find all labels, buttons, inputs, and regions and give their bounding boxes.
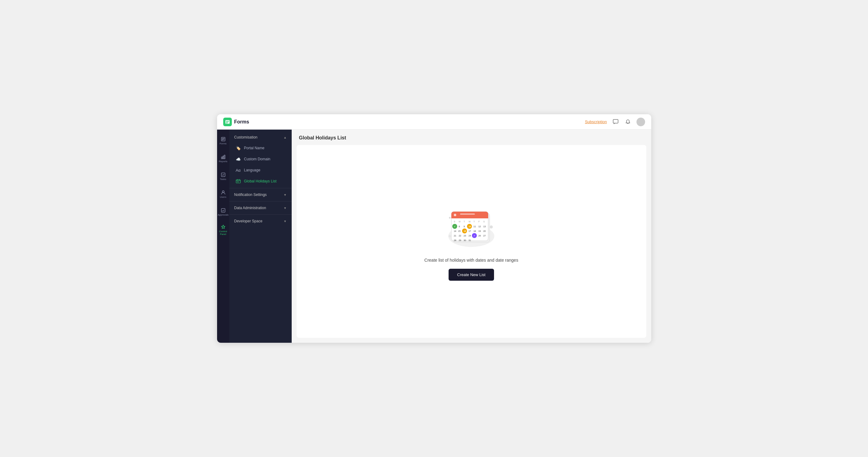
- svg-rect-10: [223, 156, 223, 159]
- sidebar-section-header-notifications[interactable]: Notification Settings ▼: [229, 189, 292, 200]
- chevron-down-icon-data-admin: ▼: [284, 206, 287, 210]
- sidebar-item-global-holidays[interactable]: 31 Global Holidays List: [229, 176, 292, 187]
- chat-icon[interactable]: [612, 118, 619, 126]
- svg-text:26: 26: [478, 235, 481, 237]
- user-avatar[interactable]: [637, 118, 645, 126]
- svg-text:27: 27: [483, 235, 486, 237]
- svg-rect-24: [451, 216, 488, 218]
- svg-text:23: 23: [464, 235, 466, 237]
- svg-text:10: 10: [469, 225, 471, 227]
- custom-domain-icon: ☁️: [236, 156, 241, 162]
- header: Forms Subscription: [217, 114, 651, 130]
- svg-text:M: M: [459, 220, 461, 223]
- svg-text:19: 19: [478, 230, 481, 232]
- empty-state-description: Create list of holidays with dates and d…: [424, 258, 518, 263]
- svg-text:S: S: [454, 220, 455, 223]
- svg-point-64: [490, 225, 493, 228]
- svg-text:28: 28: [454, 239, 456, 241]
- svg-rect-2: [226, 122, 228, 123]
- svg-rect-3: [226, 123, 227, 123]
- calendar-icon: 31: [236, 178, 241, 184]
- svg-point-63: [449, 217, 451, 219]
- empty-state: S M T W T F S ✓ 8 9: [424, 203, 518, 281]
- svg-point-65: [448, 235, 451, 237]
- svg-text:13: 13: [483, 225, 486, 227]
- chevron-up-icon: ▲: [284, 136, 287, 139]
- svg-rect-1: [226, 121, 229, 122]
- svg-rect-9: [221, 157, 222, 159]
- nav-item-control-panel[interactable]: Control Panel: [218, 222, 229, 238]
- svg-point-25: [454, 214, 456, 216]
- create-new-list-button[interactable]: Create New List: [448, 269, 494, 281]
- subscription-link[interactable]: Subscription: [585, 119, 607, 124]
- header-right: Subscription: [585, 118, 645, 126]
- svg-text:✓: ✓: [454, 225, 456, 227]
- svg-text:14: 14: [454, 230, 456, 232]
- app-body: Forms Reports Tasks: [217, 130, 651, 343]
- chevron-down-icon-developer: ▼: [284, 220, 287, 223]
- sidebar-item-language[interactable]: Aα Language: [229, 164, 292, 176]
- svg-text:✓: ✓: [473, 235, 475, 237]
- svg-text:24: 24: [469, 235, 471, 237]
- svg-text:T: T: [473, 220, 475, 223]
- app-container: Forms Subscription: [217, 114, 651, 343]
- app-logo: [223, 118, 232, 126]
- sidebar-section-developer: Developer Space ▼: [229, 216, 292, 226]
- nav-item-reports[interactable]: Reports: [218, 151, 229, 166]
- nav-item-tasks[interactable]: Tasks: [218, 169, 229, 184]
- nav-item-users[interactable]: Users: [218, 187, 229, 202]
- sidebar-divider-2: [229, 201, 292, 202]
- svg-point-13: [222, 191, 224, 192]
- chevron-down-icon-notifications: ▼: [284, 193, 287, 196]
- svg-text:29: 29: [459, 239, 461, 241]
- svg-text:9: 9: [464, 225, 465, 227]
- sidebar-section-header-customisation[interactable]: Customisation ▲: [229, 132, 292, 143]
- nav-item-forms[interactable]: Forms: [218, 133, 229, 149]
- sidebar-section-customisation: Customisation ▲ 🏷️ Portal Name ☁️ Custom…: [229, 132, 292, 187]
- svg-text:11: 11: [473, 225, 476, 227]
- main-body: S M T W T F S ✓ 8 9: [297, 145, 646, 338]
- svg-rect-14: [221, 209, 225, 212]
- svg-text:20: 20: [483, 230, 486, 232]
- svg-text:21: 21: [454, 235, 456, 237]
- svg-text:8: 8: [459, 225, 460, 227]
- svg-rect-11: [224, 155, 225, 159]
- portal-name-icon: 🏷️: [236, 145, 241, 151]
- svg-text:12: 12: [478, 225, 481, 227]
- page-title: Global Holidays List: [299, 135, 644, 141]
- svg-text:16: 16: [464, 230, 466, 232]
- svg-text:15: 15: [458, 230, 461, 232]
- svg-text:22: 22: [459, 235, 461, 237]
- svg-text:S: S: [483, 220, 485, 223]
- sidebar-section-notifications: Notification Settings ▼: [229, 189, 292, 200]
- svg-text:W: W: [469, 220, 471, 223]
- notification-icon[interactable]: [624, 118, 631, 126]
- sidebar-item-custom-domain[interactable]: ☁️ Custom Domain: [229, 154, 292, 164]
- svg-rect-4: [613, 119, 618, 123]
- svg-text:18: 18: [473, 230, 476, 232]
- svg-text:17: 17: [469, 230, 471, 232]
- svg-text:31: 31: [237, 181, 239, 183]
- calendar-illustration: S M T W T F S ✓ 8 9: [444, 203, 499, 251]
- svg-text:F: F: [478, 220, 479, 223]
- sidebar-section-header-developer[interactable]: Developer Space ▼: [229, 216, 292, 226]
- main-header: Global Holidays List: [292, 130, 651, 145]
- sidebar-item-portal-name[interactable]: 🏷️ Portal Name: [229, 143, 292, 154]
- svg-text:30: 30: [464, 239, 466, 241]
- main-content: Global Holidays List: [292, 130, 651, 343]
- sidebar: Customisation ▲ 🏷️ Portal Name ☁️ Custom…: [229, 130, 292, 343]
- sidebar-divider-1: [229, 188, 292, 188]
- sidebar-section-header-data-admin[interactable]: Data Administration ▼: [229, 203, 292, 213]
- sidebar-divider-3: [229, 214, 292, 215]
- svg-text:31: 31: [469, 239, 471, 241]
- nav-item-approvals[interactable]: Approvals: [218, 205, 229, 220]
- svg-text:T: T: [464, 220, 465, 223]
- language-icon: Aα: [236, 167, 241, 173]
- left-nav: Forms Reports Tasks: [217, 130, 229, 343]
- header-left: Forms: [223, 118, 249, 126]
- sidebar-section-data-admin: Data Administration ▼: [229, 203, 292, 213]
- app-title: Forms: [234, 119, 249, 125]
